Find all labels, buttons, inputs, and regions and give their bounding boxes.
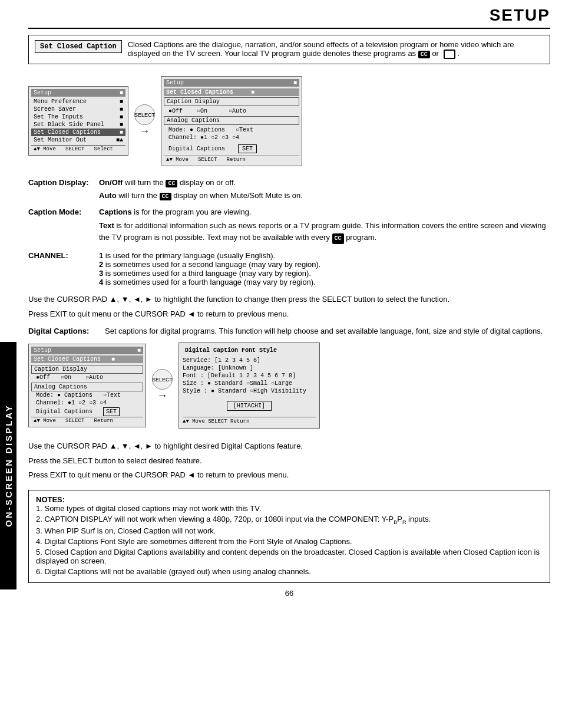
cc-menu-title-bar: Setup ■ (164, 79, 299, 87)
cc-menu-footer: ▲▼ Move SELECT Return (164, 156, 299, 163)
menu-item-screen-saver: Screen Saver■ (31, 106, 125, 113)
set-closed-caption-label: Set Closed Caption (35, 40, 122, 53)
channel-content: 1 is used for the primary language (usua… (99, 251, 550, 286)
cc-badge-1: CC (166, 180, 177, 187)
analog-channel-row: Channel: ●1 ○2 ○3 ○4 (164, 134, 299, 141)
digital-cursor-text-3: Press EXIT to quit menu or the CURSOR PA… (28, 469, 550, 481)
font-style-row: Style : ● Standard ○High Visibility (183, 387, 316, 395)
font-language-row: Language: [Unknown ] (183, 364, 316, 372)
page-number: 66 (28, 589, 550, 598)
note-item-2: 2. CAPTION DISPLAY will not work when vi… (36, 515, 543, 525)
font-font-row: Font : [Default 1 2 3 4 5 6 7 8] (183, 372, 316, 380)
menu-item-set-inputs: Set The Inputs■ (31, 113, 125, 121)
page-title: SETUP (28, 6, 550, 25)
digital-caption-display-options: ●Off ○On ○Auto (31, 374, 143, 381)
digital-captions-content: Set captions for digital programs. This … (105, 327, 550, 335)
caption-mode-content: Captions is for the program you are view… (99, 207, 550, 216)
note-item-6: 6. Digital Captions will not be availabl… (36, 567, 543, 576)
select-button-circle-2: SELECT (152, 369, 173, 390)
font-service-row: Service: [1 2 3 4 5 6] (183, 357, 316, 364)
cursor-text-2: Press EXIT to quit menu or the CURSOR PA… (28, 308, 550, 320)
arrow-2: SELECT → (152, 369, 173, 402)
cursor-text-section: Use the CURSOR PAD ▲, ▼, ◄, ► to highlig… (28, 294, 550, 319)
caption-display-options: ●Off ○On ○Auto (164, 107, 299, 115)
menu-title-bar-left: Setup ■ (31, 89, 125, 97)
notes-header: NOTES: (36, 495, 65, 504)
digital-caption-font-box: Digital Caption Font Style Service: [1 2… (178, 342, 320, 429)
notes-box: NOTES: 1. Some types of digital closed c… (28, 490, 550, 584)
select-button-circle: SELECT (134, 104, 155, 125)
menu-item-menu-preference: Menu Preference■ (31, 98, 125, 106)
menu-item-black-side: Set Black Side Panel■ (31, 121, 125, 129)
font-menu-footer: ▲▼ Move SELECT Return (183, 417, 316, 424)
channel-section: CHANNEL: 1 is used for the primary langu… (28, 251, 550, 286)
font-size-row: Size : ● Standard ○Small ○Large (183, 380, 316, 387)
digital-caption-display: Caption Display (31, 365, 143, 374)
setup-menu-left: Setup ■ Menu Preference■ Screen Saver■ S… (28, 86, 128, 156)
setup-menu-right: Setup ■ Set Closed Captions ■ Caption Di… (161, 76, 302, 166)
menu-item-closed-captions: Set Closed Captions■ (31, 129, 125, 136)
set-button[interactable]: SET (238, 144, 257, 153)
cc-menu-subtitle: Set Closed Captions ■ (164, 88, 299, 96)
auto-text: Auto will turn the CC display on when Mu… (99, 191, 550, 200)
arrow-1: SELECT → (134, 104, 155, 137)
analog-mode-row: Mode: ● Captions ○Text (164, 126, 299, 134)
digital-analog-mode: Mode: ● Captions ○Text (31, 391, 143, 399)
digital-digital-captions-row: Digital Captions SET (31, 407, 143, 417)
hitachi-button: [HITACHI] (183, 398, 316, 413)
digital-cursor-text-2: Press the SELECT button to select desire… (28, 455, 550, 467)
intro-text: Closed Captions are the dialogue, narrat… (128, 40, 544, 59)
menu-footer-left: ▲▼ Move SELECT Select (31, 145, 125, 153)
diagrams-row-2: Setup■ Set Closed Captions ■ Caption Dis… (28, 342, 550, 429)
cc-badge-2: CC (160, 193, 171, 200)
caption-mode-label: Caption Mode: (28, 207, 99, 216)
note-item-1: 1. Some types of digital closed captions… (36, 504, 543, 513)
menu-item-monitor-out: Set Monitor Out■▲ (31, 136, 125, 144)
digital-setup-menu-left: Setup■ Set Closed Captions ■ Caption Dis… (28, 344, 146, 427)
digital-menu-footer: ▲▼ Move SELECT Return (31, 417, 143, 424)
note-item-5: 5. Closed Caption and Digital Captions a… (36, 548, 543, 565)
note-item-4: 4. Digital Captions Font Style are somet… (36, 537, 543, 546)
digital-analog-channel: Channel: ●1 ○2 ○3 ○4 (31, 399, 143, 407)
digital-captions-label: Digital Captions: (28, 327, 105, 335)
cursor-text-1: Use the CURSOR PAD ▲, ▼, ◄, ► to highlig… (28, 294, 550, 305)
digital-cursor-section: Use the CURSOR PAD ▲, ▼, ◄, ► to highlig… (28, 440, 550, 481)
digital-analog-label: Analog Captions (31, 383, 143, 391)
page-header: SETUP (28, 6, 550, 29)
caption-display-content: On/Off will turn the CC display on or of… (99, 178, 550, 187)
digital-captions-row: Digital Captions SET (164, 144, 299, 154)
analog-captions-section: Analog Captions (164, 116, 299, 125)
intro-section: Set Closed Caption Closed Captions are t… (28, 35, 550, 64)
diagrams-row-1: Setup ■ Menu Preference■ Screen Saver■ S… (28, 76, 550, 166)
digital-captions-text-section: Digital Captions: Set captions for digit… (28, 327, 550, 335)
note-item-3: 3. When PIP Surf is on, Closed Caption w… (36, 526, 543, 535)
sidebar-label: ON-SCREEN DISPLAY (0, 342, 16, 589)
digital-menu-subtitle: Set Closed Captions ■ (31, 355, 143, 363)
channel-label: CHANNEL: (28, 251, 99, 286)
digital-cursor-text-1: Use the CURSOR PAD ▲, ▼, ◄, ► to highlig… (28, 440, 550, 452)
caption-display-label: Caption Display: (28, 178, 99, 187)
digital-set-button[interactable]: SET (103, 407, 120, 416)
caption-display-section: Caption Display (164, 97, 299, 106)
caption-display-section-text: Caption Display: On/Off will turn the CC… (28, 178, 550, 200)
digital-menu-title: Setup■ (31, 347, 143, 354)
caption-mode-section: Caption Mode: Captions is for the progra… (28, 207, 550, 245)
text-mode-content: Text is for additional information such … (99, 220, 550, 245)
cc-badge-3: CC (332, 233, 344, 244)
font-style-title: Digital Caption Font Style (183, 347, 316, 354)
cc-badge-intro: CC (418, 51, 430, 58)
tv-icon-intro (444, 50, 455, 59)
